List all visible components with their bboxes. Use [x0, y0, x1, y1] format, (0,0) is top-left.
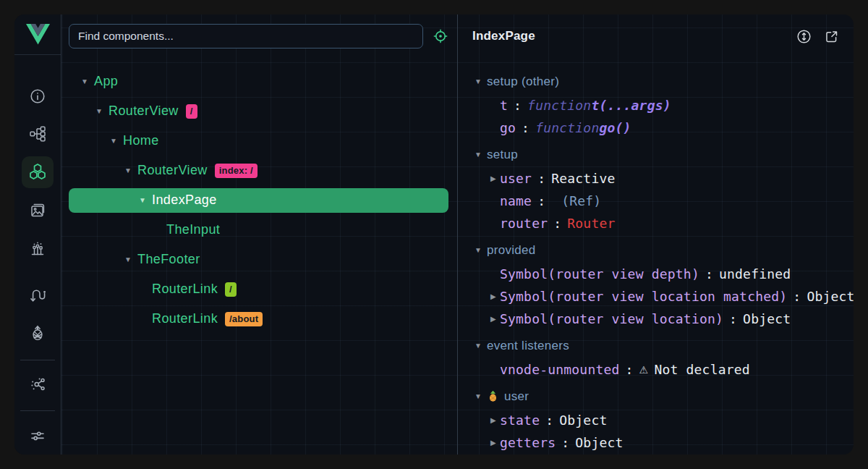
- key-value-separator: :: [787, 289, 807, 304]
- expand-arrow-icon[interactable]: ▼: [124, 166, 137, 174]
- devtools-window: ▼App▼RouterView/▼Home▼RouterViewindex: /…: [14, 14, 854, 455]
- state-key: state: [500, 413, 540, 428]
- state-row[interactable]: ▶getters:Object: [458, 431, 854, 454]
- state-key: go: [500, 120, 516, 135]
- state-row[interactable]: ▶state:Object: [458, 409, 854, 431]
- state-row: go:function go(): [458, 117, 854, 139]
- inspector-header: IndexPage: [458, 14, 854, 58]
- key-value-separator: :: [540, 413, 559, 428]
- state-value: (Ref): [561, 193, 601, 208]
- section-collapse-icon[interactable]: ▼: [475, 342, 487, 350]
- state-key: t: [500, 98, 508, 113]
- tree-node-routerview[interactable]: ▼RouterView/: [69, 96, 448, 126]
- tree-node-routerlink[interactable]: RouterLink/about: [69, 304, 448, 334]
- search-input[interactable]: [69, 24, 423, 48]
- tree-node-indexpage[interactable]: ▼IndexPage: [69, 188, 448, 213]
- inspector-section: ▼setup▶user:Reactivename:(Ref)router:Rou…: [458, 142, 854, 234]
- inspector-content: ▼setup (other)t:function t(...args)go:fu…: [458, 58, 854, 454]
- state-key: router: [500, 216, 548, 231]
- tree-node-routerlink[interactable]: RouterLink/: [69, 274, 448, 304]
- state-value: undefined: [719, 266, 791, 282]
- state-value: Object: [559, 413, 607, 428]
- route-badge: /: [225, 282, 237, 297]
- vue-logo[interactable]: [14, 14, 61, 55]
- state-key: user: [500, 171, 532, 186]
- expand-arrow-icon[interactable]: ▼: [81, 77, 94, 85]
- components-hexagons-icon[interactable]: [14, 153, 61, 191]
- expand-arrow-icon[interactable]: ▶: [490, 439, 500, 447]
- inspector-section: ▼event listenersvnode-unmounted:⚠Not dec…: [458, 333, 854, 381]
- state-key: Symbol(router view location): [500, 311, 723, 326]
- section-header-setup-other-[interactable]: ▼setup (other): [458, 69, 854, 94]
- function-signature: go(): [599, 120, 631, 135]
- tree-node-theinput[interactable]: TheInput: [69, 215, 448, 245]
- function-keyword: function: [527, 98, 591, 113]
- expand-collapse-icon[interactable]: [796, 28, 812, 45]
- state-row: name:(Ref): [458, 190, 854, 212]
- state-row: t:function t(...args): [458, 94, 854, 117]
- settings-icon[interactable]: [14, 417, 61, 455]
- state-row: Symbol(router view depth):undefined: [458, 263, 854, 285]
- state-row: router:Router: [458, 212, 854, 234]
- graph-icon[interactable]: [14, 366, 61, 404]
- route-badge: /: [186, 104, 197, 119]
- key-value-separator: :: [556, 435, 575, 450]
- inspector-title: IndexPage: [472, 29, 784, 43]
- tree-node-label: App: [94, 74, 118, 89]
- tree-node-app[interactable]: ▼App: [69, 67, 448, 96]
- component-tree: ▼App▼RouterView/▼Home▼RouterViewindex: /…: [61, 58, 457, 334]
- key-value-separator: :: [620, 362, 639, 377]
- section-header-provided[interactable]: ▼provided: [458, 237, 854, 263]
- inspector-section: ▼setup (other)t:function t(...args)go:fu…: [458, 69, 854, 139]
- tree-node-label: RouterView: [109, 103, 179, 119]
- tree-node-thefooter[interactable]: ▼TheFooter: [69, 245, 448, 274]
- state-value: Reactive: [551, 171, 615, 186]
- expand-arrow-icon[interactable]: ▶: [490, 174, 500, 182]
- tree-node-label: RouterView: [137, 163, 208, 178]
- function-keyword: function: [535, 120, 599, 135]
- section-header-event-listeners[interactable]: ▼event listeners: [458, 333, 854, 358]
- key-value-separator: :: [699, 266, 719, 282]
- expand-arrow-icon[interactable]: ▼: [110, 137, 123, 145]
- assets-image-icon[interactable]: [14, 191, 61, 229]
- timeline-icon[interactable]: [14, 229, 61, 268]
- tree-node-routerview[interactable]: ▼RouterViewindex: /: [69, 156, 448, 185]
- components-header: [61, 14, 457, 58]
- state-row[interactable]: ▶Symbol(router view location matched):Ob…: [458, 285, 854, 308]
- state-row[interactable]: ▶user:Reactive: [458, 167, 854, 190]
- expand-arrow-icon[interactable]: ▶: [490, 292, 500, 300]
- section-collapse-icon[interactable]: ▼: [475, 392, 487, 400]
- open-in-editor-icon[interactable]: [824, 29, 839, 44]
- state-row[interactable]: ▶Symbol(router view location):Object: [458, 308, 854, 330]
- key-value-separator: :: [532, 193, 551, 208]
- inspector-section: ▼user▶state:Object▶getters:Object: [458, 384, 854, 454]
- locate-target-icon[interactable]: [433, 28, 448, 44]
- expand-arrow-icon[interactable]: ▼: [95, 107, 109, 115]
- info-icon[interactable]: [14, 77, 61, 115]
- router-icon[interactable]: [14, 276, 61, 314]
- section-header-setup[interactable]: ▼setup: [458, 142, 854, 167]
- section-label: setup (other): [487, 75, 559, 89]
- tree-node-label: IndexPage: [152, 193, 217, 208]
- state-value: Object: [743, 311, 791, 326]
- expand-arrow-icon[interactable]: ▶: [490, 315, 500, 323]
- expand-arrow-icon[interactable]: ▼: [139, 196, 152, 204]
- tree-node-label: Home: [123, 133, 159, 148]
- section-collapse-icon[interactable]: ▼: [475, 77, 487, 85]
- tree-node-home[interactable]: ▼Home: [69, 126, 448, 156]
- pinia-pineapple-icon: [487, 390, 499, 402]
- components-panel: ▼App▼RouterView/▼Home▼RouterViewindex: /…: [61, 14, 458, 455]
- section-collapse-icon[interactable]: ▼: [475, 246, 487, 254]
- section-label: user: [504, 389, 529, 404]
- state-value: Object: [807, 289, 854, 304]
- expand-arrow-icon[interactable]: ▼: [124, 255, 137, 263]
- section-header-user[interactable]: ▼user: [458, 384, 854, 409]
- tree-node-label: TheFooter: [137, 252, 200, 267]
- state-value: Not declared: [654, 362, 749, 377]
- tree-node-label: TheInput: [166, 222, 220, 237]
- component-tree-icon[interactable]: [14, 115, 61, 153]
- expand-arrow-icon[interactable]: ▶: [490, 416, 500, 424]
- section-collapse-icon[interactable]: ▼: [475, 151, 487, 159]
- inspector-panel: IndexPage ▼setup (other)t:function t(...…: [458, 14, 854, 455]
- pinia-pineapple-icon[interactable]: [14, 314, 61, 352]
